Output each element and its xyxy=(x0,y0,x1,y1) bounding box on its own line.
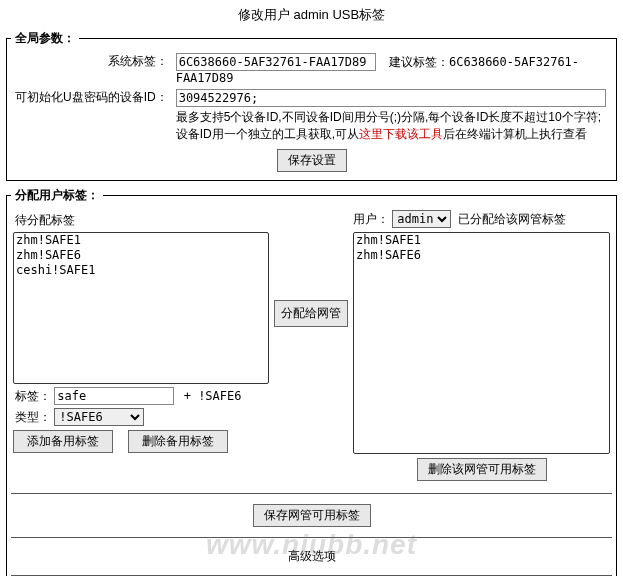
separator xyxy=(11,493,612,494)
assigned-tags-label: 已分配给该网管标签 xyxy=(458,212,566,226)
device-id-hint: 最多支持5个设备ID,不同设备ID间用分号(;)分隔,每个设备ID长度不超过10… xyxy=(176,109,608,143)
tag-input[interactable] xyxy=(54,387,174,405)
page-title: 修改用户 admin USB标签 xyxy=(2,2,621,28)
add-spare-tag-button[interactable]: 添加备用标签 xyxy=(13,430,113,453)
assigned-tags-list[interactable]: zhm!SAFE1zhm!SAFE6 xyxy=(353,232,610,454)
delete-spare-tag-button[interactable]: 删除备用标签 xyxy=(128,430,228,453)
global-params-legend: 全局参数： xyxy=(11,30,79,47)
pending-tags-label: 待分配标签 xyxy=(15,212,269,229)
user-select[interactable]: admin xyxy=(392,210,451,228)
type-field-label: 类型： xyxy=(13,409,51,426)
assign-tags-fieldset: 分配用户标签： 待分配标签 zhm!SAFE1zhm!SAFE6ceshi!SA… xyxy=(6,187,617,576)
advanced-options-label: 高级选项 xyxy=(11,544,612,569)
delete-netadmin-tag-button[interactable]: 删除该网管可用标签 xyxy=(417,458,547,481)
save-settings-button[interactable]: 保存设置 xyxy=(277,149,347,172)
list-item[interactable]: zhm!SAFE1 xyxy=(354,233,609,248)
device-id-label: 可初始化U盘密码的设备ID： xyxy=(11,87,172,145)
save-netadmin-tags-button[interactable]: 保存网管可用标签 xyxy=(253,504,371,527)
list-item[interactable]: zhm!SAFE1 xyxy=(14,233,268,248)
suggested-tag-label: 建议标签： xyxy=(389,55,449,69)
pending-tags-list[interactable]: zhm!SAFE1zhm!SAFE6ceshi!SAFE1 xyxy=(13,232,269,384)
system-tag-input[interactable] xyxy=(176,53,376,71)
device-id-input[interactable] xyxy=(176,89,606,107)
list-item[interactable]: ceshi!SAFE1 xyxy=(14,263,268,278)
type-select[interactable]: !SAFE6 xyxy=(54,408,144,426)
separator xyxy=(11,575,612,576)
tag-field-label: 标签： xyxy=(13,388,51,405)
assign-tags-legend: 分配用户标签： xyxy=(11,187,103,204)
system-tag-label: 系统标签： xyxy=(11,51,172,87)
separator xyxy=(11,537,612,538)
assign-to-netadmin-button[interactable]: 分配给网管 xyxy=(274,300,348,327)
tag-suffix: + !SAFE6 xyxy=(184,389,242,403)
list-item[interactable]: zhm!SAFE6 xyxy=(14,248,268,263)
global-params-fieldset: 全局参数： 系统标签： 建议标签：6C638660-5AF32761-FAA17… xyxy=(6,30,617,181)
user-label: 用户： xyxy=(353,212,389,226)
download-tool-link[interactable]: 这里下载该工具 xyxy=(359,127,443,141)
list-item[interactable]: zhm!SAFE6 xyxy=(354,248,609,263)
